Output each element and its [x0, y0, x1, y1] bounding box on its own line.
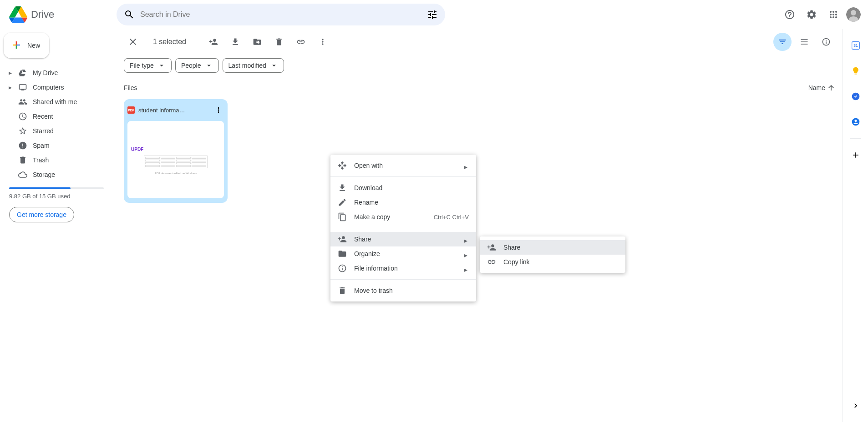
ctx-label: Open with [354, 162, 383, 169]
add-app-icon[interactable] [847, 146, 865, 164]
divider [330, 228, 476, 228]
starred-icon [18, 126, 27, 136]
chevron-right-icon[interactable]: ▸ [7, 85, 13, 90]
ctx-open-with[interactable]: Open with ▸ [330, 158, 476, 173]
search-options-icon[interactable] [423, 5, 442, 24]
nav-computers[interactable]: ▸ Computers [4, 80, 109, 95]
ctx-label: Rename [354, 199, 378, 206]
nav-recent[interactable]: Recent [4, 109, 109, 124]
filter-chips: File type People Last modified [117, 55, 843, 76]
move-icon[interactable] [248, 33, 266, 51]
search-input[interactable] [138, 10, 423, 19]
sort-control[interactable]: Name [808, 84, 835, 92]
ctx-download[interactable]: Download [330, 181, 476, 195]
chevron-down-icon [157, 61, 166, 70]
search-icon[interactable] [120, 5, 138, 24]
nav-label: Storage [33, 171, 55, 178]
my-drive-icon [18, 68, 27, 77]
ctx-label: Move to trash [354, 287, 393, 294]
nav-label: Shared with me [33, 98, 77, 106]
divider [850, 138, 861, 139]
chip-file-type[interactable]: File type [124, 58, 172, 73]
context-menu: Open with ▸ Download Rename Make a copy … [330, 155, 476, 301]
collapse-panel-icon[interactable] [847, 397, 865, 415]
nav-label: Starred [33, 127, 54, 135]
account-avatar[interactable] [846, 7, 861, 22]
trash-icon [338, 286, 347, 295]
ctx-move-to-trash[interactable]: Move to trash [330, 283, 476, 298]
submenu-share[interactable]: Share [480, 240, 625, 255]
nav-label: My Drive [33, 69, 58, 76]
apps-icon[interactable] [824, 5, 843, 24]
search-bar[interactable] [117, 4, 445, 25]
toolbar: 1 selected [117, 29, 843, 55]
drive-logo-icon [9, 5, 27, 24]
ctx-label: File information [354, 265, 398, 272]
chevron-right-icon: ▸ [464, 266, 469, 271]
calendar-app-icon[interactable]: 31 [847, 36, 865, 55]
keep-app-icon[interactable] [847, 62, 865, 80]
toolbar-right [773, 33, 835, 51]
close-selection-icon[interactable] [124, 33, 142, 51]
share-icon[interactable] [204, 33, 223, 51]
submenu-copy-link[interactable]: Copy link [480, 255, 625, 269]
svg-text:31: 31 [853, 43, 858, 48]
open-with-icon [338, 161, 347, 170]
chevron-down-icon [270, 61, 278, 70]
app-title: Drive [31, 9, 54, 20]
nav-trash[interactable]: Trash [4, 153, 109, 167]
nav-spam[interactable]: Spam [4, 138, 109, 153]
ctx-make-copy[interactable]: Make a copy Ctrl+C Ctrl+V [330, 210, 476, 224]
info-icon [338, 264, 347, 273]
ctx-organize[interactable]: Organize ▸ [330, 246, 476, 261]
share-submenu: Share Copy link [480, 236, 625, 273]
info-icon[interactable] [817, 33, 835, 51]
link-icon [487, 257, 496, 266]
spam-icon [18, 141, 27, 150]
tasks-app-icon[interactable] [847, 87, 865, 106]
chip-last-modified[interactable]: Last modified [223, 58, 284, 73]
download-icon[interactable] [226, 33, 244, 51]
filter-icon[interactable] [773, 33, 792, 51]
rename-icon [338, 198, 347, 207]
file-grid: PDF student informa… UPDF PDF document e… [117, 95, 843, 206]
storage-icon [18, 170, 27, 179]
new-button-label: New [27, 42, 40, 49]
help-icon[interactable] [781, 5, 799, 24]
ctx-share[interactable]: Share ▸ [330, 232, 476, 246]
nav-shared[interactable]: Shared with me [4, 95, 109, 109]
storage-section: 9.82 GB of 15 GB used Get more storage [4, 187, 109, 222]
ctx-file-info[interactable]: File information ▸ [330, 261, 476, 276]
delete-icon[interactable] [270, 33, 288, 51]
ctx-label: Share [503, 244, 520, 251]
file-preview: UPDF PDF document edited on Windows [127, 121, 224, 198]
nav-my-drive[interactable]: ▸ My Drive [4, 65, 109, 80]
chevron-right-icon[interactable]: ▸ [7, 70, 13, 75]
storage-bar-fill [9, 187, 71, 189]
ctx-label: Copy link [503, 258, 530, 266]
link-icon[interactable] [292, 33, 310, 51]
more-icon[interactable] [314, 33, 332, 51]
ctx-rename[interactable]: Rename [330, 195, 476, 210]
storage-text: 9.82 GB of 15 GB used [9, 193, 104, 200]
settings-icon[interactable] [802, 5, 821, 24]
ctx-label: Share [354, 236, 371, 243]
file-card-header: PDF student informa… [124, 99, 228, 121]
nav-label: Computers [33, 84, 64, 91]
contacts-app-icon[interactable] [847, 113, 865, 131]
content: 1 selected File type People Last [117, 29, 843, 422]
new-button[interactable]: New [4, 33, 49, 58]
chip-people[interactable]: People [175, 58, 219, 73]
nav-starred[interactable]: Starred [4, 124, 109, 138]
file-more-icon[interactable] [213, 105, 224, 116]
list-view-icon[interactable] [795, 33, 813, 51]
header-actions [781, 5, 864, 24]
logo-area[interactable]: Drive [4, 5, 117, 24]
get-storage-button[interactable]: Get more storage [9, 207, 74, 222]
section-title: Files [124, 84, 137, 91]
file-name: student informa… [138, 107, 209, 114]
organize-icon [338, 249, 347, 258]
file-card[interactable]: PDF student informa… UPDF PDF document e… [124, 99, 228, 203]
computers-icon [18, 83, 27, 92]
nav-storage[interactable]: Storage [4, 167, 109, 182]
